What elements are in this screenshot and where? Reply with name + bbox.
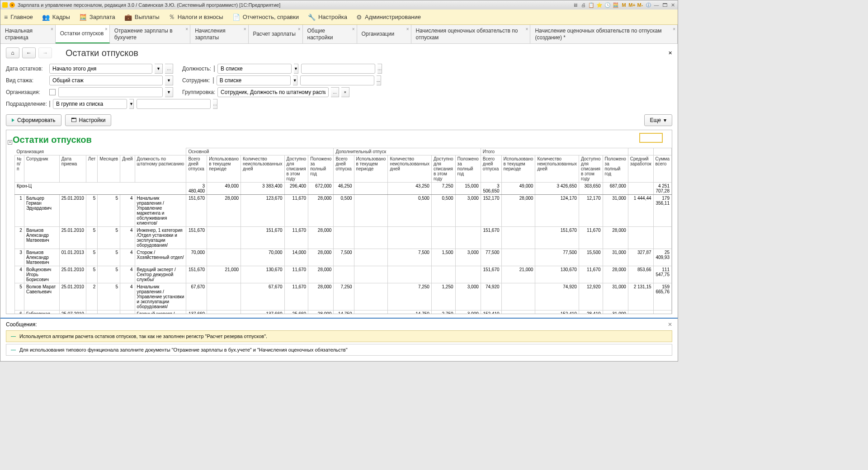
main-menu: ≡Главное👥Кадры🧮Зарплата💼Выплаты％Налоги и… [0,9,678,25]
stazh-label: Вид стажа: [6,77,47,84]
minimize-icon[interactable]: — [653,2,660,8]
tb-icon-6[interactable]: 🧮 [613,2,619,8]
report-area[interactable]: Остатки отпусков + ОрганизацияОсновнойДо… [6,130,672,314]
tab-Расчет зарплаты[interactable]: Расчет зарплаты× [249,25,303,43]
page-close-icon[interactable]: ✕ [668,50,672,56]
tab-Общие настройки[interactable]: Общие настройки× [303,25,357,43]
menu-Отчетность, справки[interactable]: 📄Отчетность, справки [232,14,299,21]
play-icon [12,118,14,122]
tab-Начальная страница[interactable]: Начальная страница× [0,25,56,43]
message-item: —Используется алгоритм расчета остатков … [6,330,672,342]
grp-input[interactable] [217,87,329,97]
group-row[interactable]: Крон-Ц3 480,40049,0003 383,400296,400672… [15,183,672,195]
date-input[interactable] [49,64,152,74]
grp-label: Группировка: [182,89,215,95]
tb-icon-5[interactable]: 🕓 [604,2,611,8]
date-dropdown[interactable]: ▼ [155,64,163,74]
date-label: Дата остатков: [6,66,47,72]
org-dropdown[interactable]: ▼ [165,87,173,97]
table-row[interactable]: 5Волков Марат Савельевич25.01.2010254Нач… [15,283,672,310]
sotr-label: Сотрудник: [182,77,210,84]
tab-Остатки отпусков[interactable]: Остатки отпусков× [56,25,110,43]
tb-icon-1[interactable]: 🖥 [572,2,578,8]
podr-mode-input[interactable] [53,99,127,109]
menu-Настройка[interactable]: 🔧Настройка [308,14,347,21]
more-button[interactable]: Еще ▾ [644,114,672,126]
messages-close-icon[interactable]: ✕ [668,321,672,328]
expand-all-icon[interactable]: + [8,140,12,145]
tab-close-icon[interactable]: × [352,27,355,32]
menu-Администрирование[interactable]: ⚙Администрирование [356,14,421,21]
form-button[interactable]: Сформировать [6,114,61,126]
menu-icon: 🔧 [308,14,316,21]
tab-Начисление оценочных обязательств по отпускам (создание) *[interactable]: Начисление оценочных обязательств по отп… [530,25,678,43]
tb-icon-3[interactable]: 📋 [588,2,594,8]
table-row[interactable]: 4Войцехович Игорь Борисович25.01.2010554… [15,266,672,283]
menu-Выплаты[interactable]: 💼Выплаты [124,14,160,21]
stazh-input[interactable] [49,75,163,85]
back-button[interactable]: ← [22,47,36,58]
close-icon[interactable]: ✕ [670,2,676,8]
menu-icon: ⚙ [356,14,362,21]
org-input[interactable] [58,87,163,97]
app-logo-icon [2,2,8,8]
tb-icon-4[interactable]: ⭐ [596,2,603,8]
menu-Зарплата[interactable]: 🧮Зарплата [79,14,115,21]
menu-icon: 👥 [42,14,50,21]
dol-checkbox[interactable] [214,66,215,72]
tb-icon-2[interactable]: 🖨 [580,2,586,8]
tab-Отражение зарплаты в бухучете[interactable]: Отражение зарплаты в бухучете× [110,25,190,43]
report-table: ОрганизацияОсновнойДополнительный отпуск… [14,148,672,314]
settings-button[interactable]: 🗔 Настройки [65,114,112,126]
tab-close-icon[interactable]: × [105,27,108,32]
dropdown-icon[interactable]: ▾ [9,2,15,8]
table-row[interactable]: 2Ваньков Александр Матвеевич25.01.201055… [15,227,672,249]
tab-close-icon[interactable]: × [526,27,528,32]
tab-close-icon[interactable]: × [406,27,409,32]
menu-icon: ≡ [4,14,8,21]
tab-Начисления оценочных обязательств по отпускам[interactable]: Начисления оценочных обязательств по отп… [411,25,531,43]
grp-clear[interactable]: × [341,87,349,97]
date-more[interactable]: … [165,64,173,74]
podr-mode-dd[interactable]: ▼ [129,99,134,109]
table-row[interactable]: 3Ваньков Александр Матвеевич01.01.201355… [15,249,672,266]
maximize-icon[interactable]: 🗖 [661,2,668,8]
menu-Кадры[interactable]: 👥Кадры [42,14,70,21]
tab-close-icon[interactable]: × [185,27,188,32]
messages-title: Сообщения: [6,321,37,328]
message-item: —Для использования типового функционала … [6,344,672,356]
tab-close-icon[interactable]: × [244,27,246,32]
home-button[interactable]: ⌂ [6,47,19,58]
tab-close-icon[interactable]: × [298,27,301,32]
tab-Начисления зарплаты[interactable]: Начисления зарплаты× [190,25,248,43]
tabs-bar: Начальная страница×Остатки отпусков×Отра… [0,25,678,44]
sotr-mode-input[interactable] [217,75,291,85]
titlebar: ▾ Зарплата и управление персоналом, реда… [0,0,678,9]
dol-mode-input[interactable] [217,64,292,74]
menu-icon: 📄 [232,14,240,21]
sotr-mode-dd[interactable]: ▼ [293,75,297,85]
org-label: Организация: [6,89,47,95]
messages-panel: —Используется алгоритм расчета остатков … [0,330,678,361]
org-checkbox[interactable] [49,89,56,95]
tb-mplus[interactable]: M+ [629,2,635,8]
menu-Налоги и взносы[interactable]: ％Налоги и взносы [169,13,223,21]
table-row[interactable]: 1Бальцер Герман Эдуардович25.01.2010554Н… [15,195,672,227]
help-icon[interactable]: ⓘ [645,2,651,8]
table-row[interactable]: 6Габровская Светлана Марковна25.07.2010Г… [15,310,672,315]
bullet-icon: — [11,347,16,352]
tb-m[interactable]: M [621,2,627,8]
sotr-checkbox[interactable] [213,77,214,84]
stazh-dropdown[interactable]: ▼ [165,75,173,85]
tab-close-icon[interactable]: × [51,27,53,32]
menu-icon: 💼 [124,14,132,21]
report-highlight-box [639,133,663,143]
forward-button[interactable]: → [38,47,52,58]
tab-Организации[interactable]: Организации× [357,25,411,43]
menu-Главное[interactable]: ≡Главное [4,14,33,21]
tab-close-icon[interactable]: × [673,27,675,32]
tb-mminus[interactable]: M- [637,2,643,8]
dol-mode-dd[interactable]: ▼ [294,64,298,74]
podr-checkbox[interactable] [49,101,50,107]
grp-more[interactable]: … [331,87,339,97]
